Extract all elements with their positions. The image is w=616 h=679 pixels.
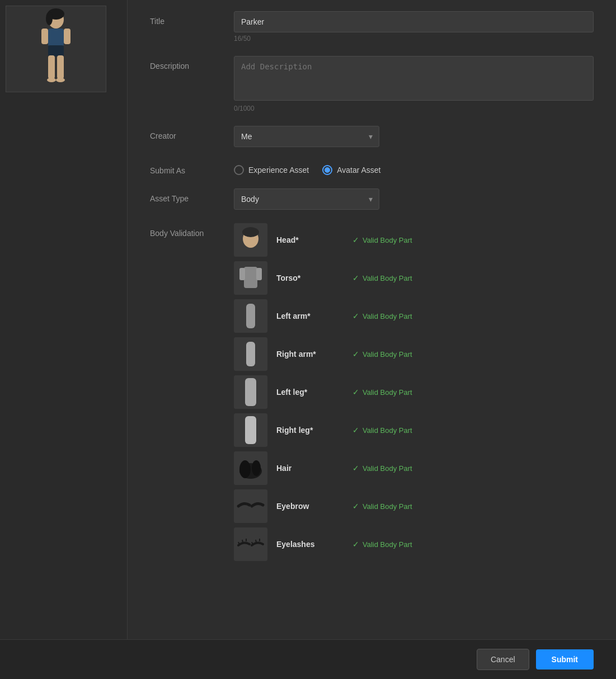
torso-name: Torso* [276,274,344,282]
creator-select-wrapper: Me Group [234,126,379,147]
title-label: Title [150,11,234,26]
form-area: Title 16/50 Description 0/1000 Creator [128,0,616,639]
svg-point-28 [239,460,251,478]
main-content: Title 16/50 Description 0/1000 Creator [0,0,616,639]
right-leg-thumbnail [234,413,267,447]
hair-status-text: Valid Body Part [363,464,412,473]
svg-point-2 [46,12,53,25]
validation-section: Head* ✓ Valid Body Part [234,223,594,565]
svg-point-10 [56,78,65,82]
eyelashes-status: ✓ Valid Body Part [352,540,412,549]
eyelashes-check-icon: ✓ [352,540,359,549]
asset-type-select[interactable]: Body Head Torso Arm Leg [234,188,379,210]
avatar-preview [6,6,106,92]
svg-rect-21 [246,342,255,366]
hair-check-icon: ✓ [352,464,359,473]
sidebar [0,0,128,639]
svg-rect-17 [256,268,262,280]
validation-item-torso: Torso* ✓ Valid Body Part [234,261,594,295]
svg-line-36 [256,540,256,543]
right-leg-check-icon: ✓ [352,426,359,435]
description-char-count: 0/1000 [234,105,594,112]
svg-rect-15 [244,267,257,288]
left-arm-status: ✓ Valid Body Part [352,312,412,320]
radio-experience-label: Experience Asset [248,166,309,175]
creator-row: Creator Me Group [150,126,594,147]
head-thumbnail [234,223,267,257]
validation-item-hair: Hair ✓ Valid Body Part [234,451,594,485]
svg-rect-5 [64,29,70,44]
right-arm-name: Right arm* [276,350,344,359]
radio-experience-asset[interactable]: Experience Asset [234,165,309,175]
head-check-icon: ✓ [352,235,359,244]
head-name: Head* [276,235,344,244]
radio-avatar-circle [322,165,332,175]
right-arm-check-icon: ✓ [352,350,359,359]
svg-rect-3 [48,29,64,46]
right-leg-status: ✓ Valid Body Part [352,426,412,435]
validation-item-right-arm: Right arm* ✓ Valid Body Part [234,337,594,371]
asset-type-label: Asset Type [150,188,234,203]
eyelashes-thumbnail [234,527,267,561]
validation-item-right-leg: Right leg* ✓ Valid Body Part [234,413,594,447]
svg-rect-25 [245,416,256,444]
right-leg-name: Right leg* [276,426,344,435]
body-validation-label: Body Validation [150,223,234,238]
submit-as-control: Experience Asset Avatar Asset [234,161,594,175]
creator-select[interactable]: Me Group [234,126,379,147]
radio-experience-circle [234,165,244,175]
svg-rect-6 [48,45,64,56]
svg-rect-4 [41,29,48,44]
right-arm-status: ✓ Valid Body Part [352,350,412,359]
svg-rect-8 [57,55,64,79]
title-char-count: 16/50 [234,35,594,43]
left-leg-status: ✓ Valid Body Part [352,388,412,397]
description-control: 0/1000 [234,56,594,112]
validation-item-eyelashes: Eyelashes ✓ Valid Body Part [234,527,594,561]
title-row: Title 16/50 [150,11,594,43]
body-validation-row: Body Validation Head* [150,223,594,565]
torso-status: ✓ Valid Body Part [352,274,412,282]
hair-thumbnail [234,451,267,485]
asset-type-control: Body Head Torso Arm Leg [234,188,594,210]
torso-status-text: Valid Body Part [363,274,412,282]
eyebrow-thumbnail [234,489,267,523]
app-container: Title 16/50 Description 0/1000 Creator [0,0,616,679]
svg-point-9 [47,78,56,82]
left-leg-thumbnail [234,375,267,409]
left-arm-status-text: Valid Body Part [363,312,412,320]
title-control: 16/50 [234,11,594,43]
right-leg-status-text: Valid Body Part [363,426,412,435]
eyelashes-name: Eyelashes [276,540,344,549]
radio-avatar-asset[interactable]: Avatar Asset [322,165,380,175]
svg-rect-19 [246,304,255,328]
svg-rect-16 [239,268,245,280]
head-status: ✓ Valid Body Part [352,235,412,244]
svg-rect-7 [48,55,55,79]
torso-thumbnail [234,261,267,295]
radio-avatar-label: Avatar Asset [337,166,380,175]
eyebrow-status-text: Valid Body Part [363,502,412,511]
svg-rect-23 [245,378,256,406]
hair-name: Hair [276,464,344,473]
submit-as-label: Submit As [150,161,234,175]
eyebrow-status: ✓ Valid Body Part [352,502,412,511]
torso-check-icon: ✓ [352,274,359,282]
validation-item-left-leg: Left leg* ✓ Valid Body Part [234,375,594,409]
footer: Cancel Submit [0,639,616,679]
validation-item-left-arm: Left arm* ✓ Valid Body Part [234,299,594,333]
left-leg-check-icon: ✓ [352,388,359,397]
creator-control: Me Group [234,126,594,147]
submit-button[interactable]: Submit [536,649,594,669]
left-leg-status-text: Valid Body Part [363,388,412,397]
eyebrow-name: Eyebrow [276,502,344,511]
cancel-button[interactable]: Cancel [477,649,529,670]
description-textarea[interactable] [234,56,594,101]
head-status-text: Valid Body Part [363,236,412,244]
svg-point-13 [242,227,259,237]
asset-type-row: Asset Type Body Head Torso Arm Leg [150,188,594,210]
right-arm-thumbnail [234,337,267,371]
title-input[interactable] [234,11,594,32]
eyebrow-check-icon: ✓ [352,502,359,511]
left-arm-check-icon: ✓ [352,312,359,320]
